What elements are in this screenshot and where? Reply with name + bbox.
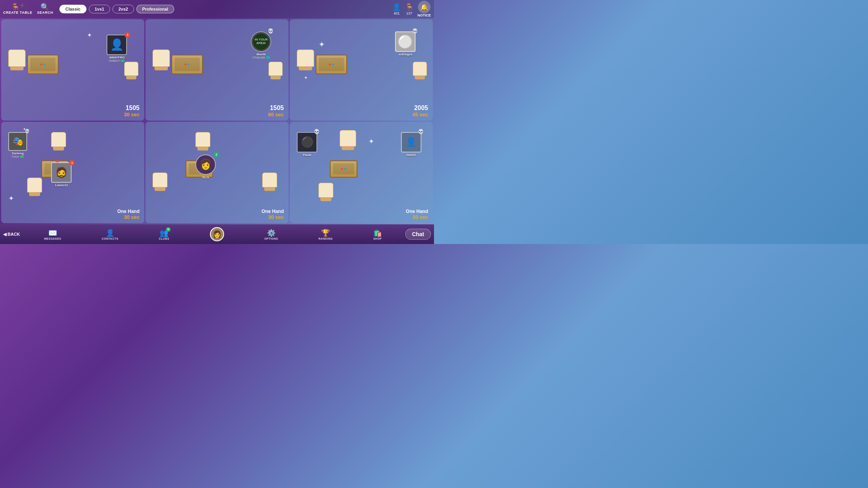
search-button[interactable]: 🔍 SEARCH [37, 4, 53, 15]
skull-badge-2: 💀 [268, 28, 274, 34]
score-info-2: 1505 60 sec [268, 105, 284, 117]
shop-icon: 🛍️ [373, 229, 382, 237]
nav-ranking[interactable]: 🏆 RANKING [318, 229, 333, 240]
score-info-5: One Hand 30 sec [261, 209, 284, 220]
table-card-5[interactable]: ♦ 👩 2 ELix One Hand [145, 122, 289, 223]
table-card-2[interactable]: IN YOURAREA! 💀 Montii OT4EVER 🌐 1505 60 … [145, 19, 289, 121]
create-table-button[interactable]: 🪑➕ CREATE TABLE [3, 4, 32, 15]
nav-items: ✉️ MESSAGES 👤 CONTACTS 👥 N CLUBS 👩 ⚙️ OP… [24, 227, 402, 241]
table-scene-4: 🎭 💀 Darleng FSDA ▪ [1, 122, 144, 223]
options-icon: ⚙️ [267, 229, 276, 237]
pool-table-3 [316, 55, 347, 74]
chair-top-6 [340, 130, 356, 147]
player-avatar-3: ⚪ 💀 xxKingxx [395, 31, 416, 56]
friends-stat[interactable]: 👤 401 [392, 3, 401, 15]
nav-messages[interactable]: ✉️ MESSAGES [44, 229, 61, 240]
chair-bottom-6 [318, 183, 333, 198]
chair-bottom-left-4 [27, 178, 42, 193]
table-scene-5: ♦ 👩 2 ELix [145, 122, 289, 223]
avatar-image-2: IN YOURAREA! [251, 31, 271, 52]
chair-left-1 [8, 50, 26, 67]
player-name-2: Montii [257, 53, 266, 56]
pool-table-1 [27, 55, 59, 74]
nav-profile-avatar[interactable]: 👩 [210, 227, 224, 241]
header: 🪑➕ CREATE TABLE 🔍 SEARCH Classic 1vs1 2v… [0, 0, 434, 18]
score-info-1: 1505 30 sec [124, 105, 140, 117]
chair-left-5 [153, 172, 167, 187]
chair-right-5 [262, 172, 277, 187]
player-name-4b: Liamn12 [55, 183, 68, 187]
bottom-nav: ◀ BACK ✉️ MESSAGES 👤 CONTACTS 👥 N CLUBS … [0, 224, 434, 244]
ranking-icon: 🏆 [321, 229, 330, 237]
avatar-image-5: 👩 [195, 154, 216, 175]
player-avatar-1: 👤 2 AWAYFRO DABEST ▪ [107, 35, 127, 62]
profile-avatar-icon: 👩 [210, 227, 224, 241]
player-avatar-6a: ⚫ 💀 Paula [297, 132, 317, 157]
clubs-badge: N [166, 227, 171, 232]
tab-classic[interactable]: Classic [59, 5, 86, 13]
clubs-icon: 👥 N [160, 229, 168, 237]
skull-badge-6b: 💀 [418, 129, 424, 134]
tag-icon-2: 🌐 [266, 56, 270, 59]
score-info-3: 2005 45 sec [412, 105, 428, 117]
table-card-3[interactable]: ✦ ✦ ⚪ 💀 xxKingxx [290, 19, 433, 121]
avatar-image-6b: 👤 [401, 132, 421, 152]
tab-1vs1[interactable]: 1vs1 [89, 5, 110, 13]
table-card-4[interactable]: ✦ ✦ 🎭 💀 Darleng FSDA ▪ [1, 122, 144, 223]
table-card-1[interactable]: ✦ 👤 2 AWAYFRO [1, 19, 144, 121]
table-scene-3: ⚪ 💀 xxKingxx [290, 19, 433, 121]
nav-options[interactable]: ⚙️ OPTIONS [264, 229, 278, 240]
skull-badge-6a: 💀 [314, 129, 320, 134]
chat-button[interactable]: Chat [405, 229, 431, 240]
player-avatar-4a: 🎭 💀 Darleng FSDA ▪ [8, 132, 27, 158]
notice-button[interactable]: 🔔 NOTICE [417, 1, 431, 17]
notice-icon: 🔔 [418, 1, 430, 13]
back-button[interactable]: ◀ BACK [3, 232, 20, 237]
level-badge-4: 1 [69, 160, 75, 165]
skull-badge-4: 💀 [25, 129, 29, 133]
mode-tabs: Classic 1vs1 2vs2 Professional [59, 5, 174, 13]
player-name-6b: Daniel [406, 153, 416, 157]
header-right: 👤 401 🪑 137 🔔 NOTICE [392, 1, 431, 17]
nav-contacts[interactable]: 👤 CONTACTS [102, 229, 118, 240]
pool-table-6 [330, 160, 357, 178]
player-name-5: ELix [202, 176, 209, 179]
table-card-6[interactable]: ✦ ⚫ 💀 Paula [290, 122, 433, 223]
tables-stat[interactable]: 🪑 137 [405, 3, 414, 15]
chair-right-1 [124, 62, 138, 76]
friends-icon: 👤 [392, 3, 401, 11]
nav-shop[interactable]: 🛍️ SHOP [373, 229, 382, 240]
player-name-3: xxKingxx [399, 53, 413, 56]
player-avatar-2: IN YOURAREA! 💀 Montii OT4EVER 🌐 [251, 31, 271, 59]
player-tag-4a: FSDA ▪ [12, 155, 24, 158]
player-tag-2: OT4EVER 🌐 [252, 56, 270, 59]
player-name-4a: Darleng [12, 152, 24, 155]
level-badge-5: 2 [213, 152, 219, 158]
search-icon: 🔍 [40, 4, 50, 11]
player-tag-1: DABEST ▪ [109, 59, 125, 62]
avatar-image-4a: 🎭 [8, 132, 27, 151]
player-name-1: AWAYFRO [109, 56, 125, 59]
player-avatar-4b: 🧔 1 Liamn12 [51, 162, 72, 187]
nav-clubs[interactable]: 👥 N CLUBS [159, 229, 169, 240]
skull-badge-3: 💀 [412, 28, 418, 34]
table-scene-6: ⚫ 💀 Paula [290, 122, 433, 223]
tables-icon: 🪑 [405, 3, 414, 11]
tab-2vs2[interactable]: 2vs2 [112, 5, 134, 13]
chair-left-2 [153, 50, 170, 67]
avatar-image-3: ⚪ [395, 31, 416, 52]
tab-professional[interactable]: Professional [136, 5, 174, 13]
tag-icon-4: ▪ [20, 155, 24, 158]
create-table-icon: 🪑➕ [11, 4, 24, 11]
pool-table-2 [171, 55, 203, 74]
player-avatar-6b: 👤 💀 Daniel [401, 132, 421, 157]
avatar-image-1: 👤 [107, 35, 127, 55]
chair-right-2 [268, 62, 283, 76]
player-name-6a: Paula [303, 153, 311, 157]
back-arrow-icon: ◀ [3, 232, 6, 237]
score-info-6: One Hand 30 sec [406, 209, 428, 220]
table-scene-1: 👤 2 AWAYFRO DABEST ▪ [1, 19, 144, 121]
score-info-4: One Hand 30 sec [117, 209, 140, 220]
special-avatar-2: IN YOURAREA! [252, 33, 270, 51]
tables-grid: ✦ 👤 2 AWAYFRO [0, 18, 434, 224]
